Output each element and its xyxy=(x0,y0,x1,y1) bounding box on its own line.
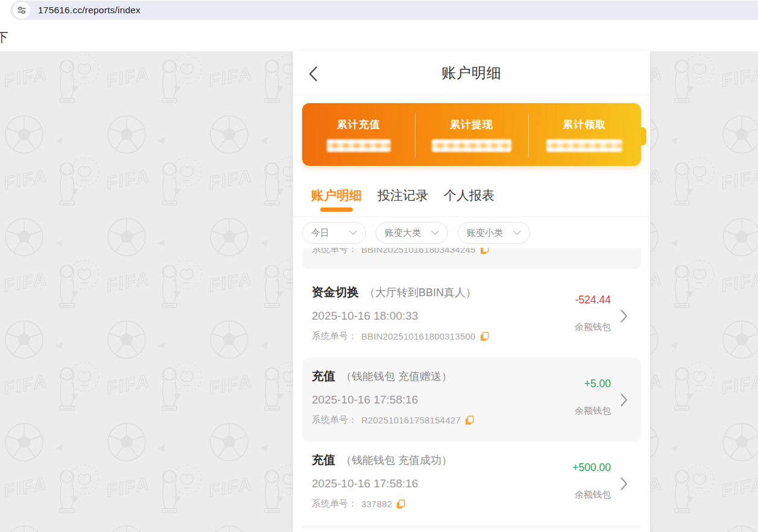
transaction-type: 资金切换 xyxy=(312,284,359,300)
transaction-amount: +500.00 xyxy=(572,461,611,474)
transaction-datetime: 2025-10-16 17:58:16 xyxy=(312,477,641,490)
copy-icon[interactable] xyxy=(480,248,489,255)
tab-bar: 账户明细 投注记录 个人报表 xyxy=(293,166,650,217)
order-label: 系统单号： xyxy=(312,498,357,510)
chevron-down-icon xyxy=(349,230,357,235)
wallet-label: 余额钱包 xyxy=(575,489,611,501)
next-row-sliver xyxy=(302,525,641,528)
app-header: 账户明细 xyxy=(293,51,650,95)
filter-date-label: 今日 xyxy=(311,227,329,239)
copy-icon[interactable] xyxy=(396,499,405,509)
page-title: 账户明细 xyxy=(441,63,502,83)
total-claim-value-masked xyxy=(546,139,622,152)
filter-date[interactable]: 今日 xyxy=(302,222,366,244)
copy-icon[interactable] xyxy=(465,416,474,425)
transaction-amount: -524.44 xyxy=(575,294,611,306)
chevron-down-icon xyxy=(431,230,439,235)
transaction-description: （钱能钱包 充值成功） xyxy=(341,453,452,467)
copy-icon[interactable] xyxy=(480,332,489,341)
total-claim-label: 累计领取 xyxy=(563,118,606,131)
order-label: 系统单号： xyxy=(312,331,357,342)
filter-minor-category[interactable]: 账变小类 xyxy=(458,222,530,244)
total-deposit-label: 累计充值 xyxy=(337,118,381,131)
order-number: 337882 xyxy=(361,499,392,509)
chevron-down-icon xyxy=(513,230,521,235)
wallet-label: 余额钱包 xyxy=(575,405,611,417)
transaction-row[interactable]: 充值 （钱能钱包 充值赠送） 2025-10-16 17:58:16 系统单号：… xyxy=(302,358,641,442)
chevron-right-icon xyxy=(621,477,628,490)
chevron-right-icon xyxy=(621,393,628,407)
transaction-amount: +5.00 xyxy=(584,378,611,390)
tab-personal-report[interactable]: 个人报表 xyxy=(444,187,494,217)
transaction-datetime: 2025-10-16 18:00:33 xyxy=(312,309,641,323)
tab-account-detail[interactable]: 账户明细 xyxy=(311,187,362,217)
summary-section: 累计充值 累计提现 累计领取 xyxy=(293,95,650,166)
tune-icon xyxy=(17,5,27,15)
filter-minor-category-label: 账变小类 xyxy=(467,227,503,239)
filter-major-category-label: 账变大类 xyxy=(385,227,421,239)
total-deposit: 累计充值 xyxy=(302,103,415,166)
total-withdraw: 累计提现 xyxy=(415,103,528,166)
filter-bar: 今日 账变大类 账变小类 xyxy=(293,217,650,248)
wallet-label: 余额钱包 xyxy=(575,321,611,333)
total-deposit-value-masked xyxy=(327,139,391,152)
tab-bet-records[interactable]: 投注记录 xyxy=(377,187,428,217)
transaction-type: 充值 xyxy=(312,452,335,468)
summary-card: 累计充值 累计提现 累计领取 xyxy=(302,103,641,166)
site-settings-icon[interactable] xyxy=(13,2,30,19)
transaction-row[interactable]: 资金切换 （大厅转到BBIN真人） 2025-10-16 18:00:33 系统… xyxy=(302,274,641,358)
clipped-text-fragment: 下 xyxy=(0,29,8,46)
chevron-left-icon xyxy=(309,66,317,81)
order-number: BBIN202510161800313500 xyxy=(361,331,476,341)
order-label: 系统单号： xyxy=(312,248,357,255)
order-number: BBIN202510161803434245 xyxy=(361,248,476,255)
account-detail-panel: 账户明细 累计充值 累计提现 累计领取 账户明细 投注记 xyxy=(293,51,650,532)
url-text: 175616.cc/reports/index xyxy=(38,5,141,16)
screen: 175616.cc/reports/index 下 FIFA xyxy=(0,0,758,532)
transaction-row[interactable]: 充值 （钱能钱包 充值成功） 2025-10-16 17:58:16 系统单号：… xyxy=(302,442,641,525)
transaction-description: （大厅转到BBIN真人） xyxy=(364,285,476,300)
chevron-right-icon xyxy=(621,309,628,323)
order-row: 系统单号：BBIN202510161803434245 xyxy=(312,248,641,255)
transaction-list: 系统单号：BBIN202510161803434245 资金切换 （大厅转到BB… xyxy=(293,248,650,528)
rows-container: 资金切换 （大厅转到BBIN真人） 2025-10-16 18:00:33 系统… xyxy=(302,274,641,525)
transaction-datetime: 2025-10-16 17:58:16 xyxy=(312,393,641,407)
back-button[interactable] xyxy=(309,66,320,81)
transaction-description: （钱能钱包 充值赠送） xyxy=(341,369,452,384)
total-withdraw-value-masked xyxy=(432,139,511,152)
order-label: 系统单号： xyxy=(312,414,357,426)
transaction-row-partial[interactable]: 系统单号：BBIN202510161803434245 xyxy=(302,248,641,269)
total-claim: 累计领取 xyxy=(528,103,641,166)
filter-major-category[interactable]: 账变大类 xyxy=(376,222,448,244)
order-number: R202510161758154427 xyxy=(361,415,461,425)
browser-address-bar[interactable]: 175616.cc/reports/index xyxy=(10,1,758,20)
transaction-type: 充值 xyxy=(312,368,335,384)
total-withdraw-label: 累计提现 xyxy=(450,118,493,131)
